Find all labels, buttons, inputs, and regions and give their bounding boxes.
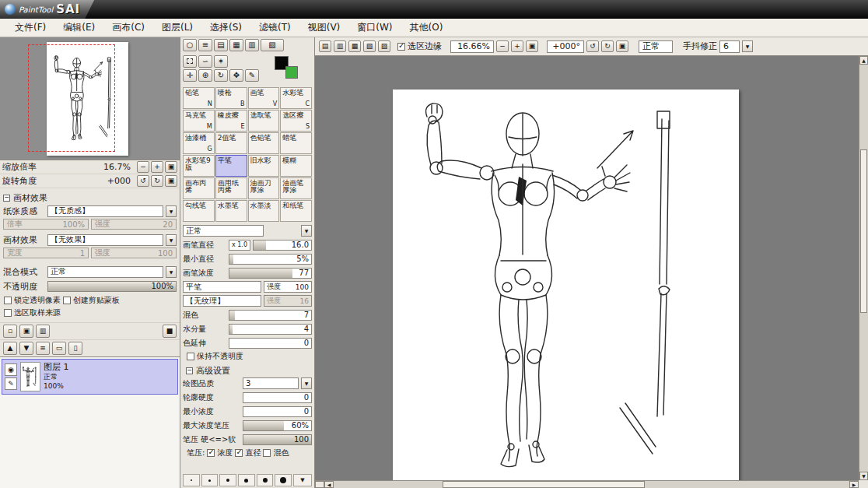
menu-file[interactable]: 文件(F) xyxy=(6,19,54,37)
navigator-rotation-reset-button[interactable]: ▣ xyxy=(165,175,177,187)
clipping-group-checkbox[interactable] xyxy=(63,297,71,304)
tool-button[interactable]: 画笔V xyxy=(248,87,280,109)
toolbar-button-2[interactable]: ▥ xyxy=(334,40,346,52)
tool-button[interactable]: 和纸笔 xyxy=(280,200,312,222)
color-mixer-icon[interactable]: ▦ xyxy=(229,39,243,51)
vertical-scroll-thumb[interactable] xyxy=(860,149,867,313)
min-density-slider[interactable]: 0 xyxy=(243,406,312,417)
chevron-down-icon[interactable]: ▼ xyxy=(166,234,177,246)
layer-row[interactable]: ◉ ✎ 图层 1 正常 100% xyxy=(2,359,178,395)
effect-strength-slider[interactable]: 强度 100 xyxy=(91,248,177,258)
tool-button[interactable]: 橡皮擦E xyxy=(215,110,247,132)
tool-button[interactable]: 铅笔N xyxy=(183,87,215,109)
rotate-ccw-button[interactable]: ↺ xyxy=(586,40,599,52)
texture-strength-slider[interactable]: 强度 20 xyxy=(91,219,177,230)
tool-button-selected[interactable]: 平笔 xyxy=(215,155,247,177)
navigator-zoom-reset-button[interactable]: ▣ xyxy=(165,161,177,173)
stabilizer-value-box[interactable]: 6 xyxy=(719,40,740,53)
canvas-area[interactable] xyxy=(315,56,859,480)
transfer-layer-button[interactable]: ▥ xyxy=(36,325,50,338)
menu-others[interactable]: 其他(O) xyxy=(401,19,452,37)
min-size-slider[interactable]: 5% xyxy=(229,254,312,265)
tool-button[interactable]: 画布丙烯 xyxy=(183,177,215,199)
scroll-right-arrow[interactable]: ▶ xyxy=(849,481,859,488)
tool-button[interactable]: 色铅笔 xyxy=(248,132,280,154)
tool-button[interactable]: 蜡笔 xyxy=(280,132,312,154)
pressure-mixing-checkbox[interactable] xyxy=(263,449,271,457)
new-folder-button[interactable]: ▣ xyxy=(19,325,33,338)
canvas-document[interactable] xyxy=(393,90,739,480)
navigator-preview[interactable] xyxy=(0,37,180,160)
menu-window[interactable]: 窗口(W) xyxy=(348,19,401,37)
swatches-icon[interactable]: ▧ xyxy=(261,39,284,51)
chevron-down-icon[interactable]: ▼ xyxy=(301,377,312,389)
tool-button[interactable]: 喷枪B xyxy=(215,87,247,109)
menu-filter[interactable]: 滤镜(T) xyxy=(250,19,299,37)
move-layer-up-button[interactable]: ▲ xyxy=(3,342,17,355)
menu-canvas[interactable]: 画布(C) xyxy=(103,19,153,37)
hsv-sliders-icon[interactable]: ▤ xyxy=(214,39,228,51)
lock-alpha-checkbox[interactable] xyxy=(4,297,12,304)
brush-texture-select[interactable]: 【无纹理】 xyxy=(183,295,261,307)
tool-button[interactable]: 模糊 xyxy=(280,155,312,177)
tool-button[interactable]: 水彩笔C xyxy=(280,87,312,109)
scroll-up-arrow[interactable]: ▲ xyxy=(859,56,868,65)
chevron-down-icon[interactable]: ▼ xyxy=(301,225,312,237)
brush-blend-select[interactable]: 正常 xyxy=(183,225,264,237)
brush-size-preset[interactable] xyxy=(238,474,255,486)
move-layer-down-button[interactable]: ▼ xyxy=(19,342,33,355)
magic-wand-tool[interactable]: ✶ xyxy=(214,55,228,68)
tool-button[interactable]: 水墨淡 xyxy=(248,200,280,222)
brush-size-preset[interactable] xyxy=(275,474,292,486)
collapse-icon[interactable]: − xyxy=(186,367,193,374)
layer-mask-button[interactable]: ■ xyxy=(163,325,177,338)
zoom-value-box[interactable]: 16.66% xyxy=(450,40,494,53)
rgb-sliders-icon[interactable]: ≡ xyxy=(198,39,212,51)
tool-button[interactable]: 油画刀厚涂 xyxy=(248,177,280,199)
clear-layer-button[interactable]: ▭ xyxy=(52,342,66,355)
navigator-rotate-cw-button[interactable]: ↻ xyxy=(151,175,163,187)
texture-scale-slider[interactable]: 倍率 100% xyxy=(3,219,89,230)
toolbar-button-1[interactable]: ▤ xyxy=(319,40,331,52)
diameter-unit-button[interactable]: x 1.0 xyxy=(229,240,250,251)
brush-shape-select[interactable]: 平笔 xyxy=(183,281,261,293)
quality-select[interactable]: 3 xyxy=(243,377,299,389)
rotate-view-tool[interactable]: ↻ xyxy=(214,69,228,82)
lasso-tool[interactable]: ∽ xyxy=(198,55,212,68)
brush-size-preset[interactable] xyxy=(257,474,274,486)
rotation-value-box[interactable]: +000° xyxy=(547,40,584,53)
brush-size-preset-more[interactable]: ▼ xyxy=(293,474,312,486)
tool-button[interactable]: 马克笔M xyxy=(183,110,215,132)
zoom-tool[interactable]: ⊕ xyxy=(198,69,212,82)
texture-strength-box[interactable]: 强度 16 xyxy=(264,295,312,307)
toolbar-button-4[interactable]: ▧ xyxy=(363,40,376,52)
blend-mode-select[interactable]: 正常 xyxy=(47,266,163,278)
tool-button[interactable]: 2值笔 xyxy=(215,132,247,154)
brush-diameter-slider[interactable]: 16.0 xyxy=(253,240,312,251)
scratchpad-icon[interactable]: ▥ xyxy=(245,39,259,51)
selection-source-checkbox[interactable] xyxy=(4,309,12,317)
menu-layer[interactable]: 图层(L) xyxy=(153,19,201,37)
tool-button[interactable]: 勾线笔 xyxy=(183,200,215,222)
move-tool[interactable]: ✛ xyxy=(183,69,197,82)
tool-button[interactable]: 旧水彩 xyxy=(248,155,280,177)
toolbar-button-5[interactable]: ▨ xyxy=(378,40,390,52)
effect-width-slider[interactable]: 宽度 1 xyxy=(3,248,89,258)
rect-select-tool[interactable] xyxy=(183,55,197,68)
delete-layer-button[interactable]: ▯ xyxy=(68,342,82,355)
horizontal-scrollbar[interactable]: ◀ ▶ xyxy=(315,480,859,488)
tool-button[interactable]: 水墨笔 xyxy=(215,200,247,222)
rotate-cw-button[interactable]: ↻ xyxy=(601,40,614,52)
rotation-reset-button[interactable]: ▣ xyxy=(616,40,628,52)
zoom-in-button[interactable]: + xyxy=(511,40,523,52)
tool-button[interactable]: 选区擦S xyxy=(280,110,312,132)
color-spread-slider[interactable]: 0 xyxy=(229,338,312,349)
shape-strength-box[interactable]: 强度 100 xyxy=(264,281,312,293)
tool-button[interactable]: 油画笔厚涂 xyxy=(280,177,312,199)
opacity-slider[interactable]: 100% xyxy=(47,281,177,292)
pressure-diameter-checkbox[interactable] xyxy=(235,449,243,457)
navigator-zoom-out-button[interactable]: − xyxy=(137,161,149,173)
keep-opacity-checkbox[interactable] xyxy=(187,353,194,360)
chevron-down-icon[interactable]: ▼ xyxy=(166,205,177,217)
eyedropper-tool[interactable]: ✎ xyxy=(245,69,259,82)
